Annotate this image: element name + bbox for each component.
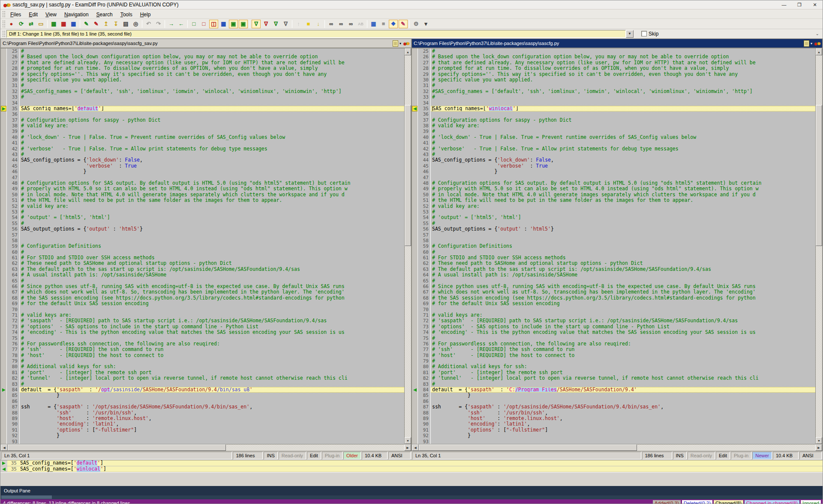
first-file-header[interactable]: C:\Program Files\Python\Python37\Lib\sit… [0, 39, 412, 48]
code-line[interactable]: 27# that are defined already. Any necess… [412, 60, 815, 66]
save-both-icon[interactable]: ▦ [69, 20, 78, 28]
code-line[interactable]: 34 [1, 100, 404, 106]
code-text[interactable]: # 'encoding' - This is the python encodi… [20, 330, 404, 335]
code-line[interactable]: 79# [412, 358, 815, 364]
code-line[interactable]: 54# 'output' = ['html5', 'html'] [1, 215, 404, 220]
scroll-track[interactable] [419, 444, 815, 451]
current-diff-marker[interactable] [1, 106, 6, 111]
code-text[interactable]: # [20, 358, 404, 364]
code-line[interactable]: 62# These need path to SASHome and optio… [412, 261, 815, 266]
code-line[interactable]: 30# specific value you want applied. [1, 77, 404, 83]
find-in-first-icon[interactable]: ∞ [336, 20, 345, 28]
code-text[interactable]: default = {'saspath' : 'C:/Program Files… [431, 387, 815, 393]
code-text[interactable]: SAS_config_names=['winlocal'] [431, 106, 815, 111]
code-text[interactable] [431, 439, 815, 444]
code-line[interactable]: 48# Configuration options for SAS output… [1, 180, 404, 186]
code-text[interactable]: # 'host' - [REQUIRED] the host to connec… [431, 353, 815, 358]
code-line[interactable]: 32#SAS_config_names = ['default', 'ssh',… [412, 89, 815, 94]
code-text[interactable]: # properly with HTML 5.0 so it can also … [431, 186, 815, 192]
code-text[interactable]: # [431, 94, 815, 100]
code-text[interactable]: # in local mode. Note that HTML 4.0 will… [431, 192, 815, 198]
code-text[interactable]: # [20, 140, 404, 146]
copy-to-second-icon[interactable]: ↧ [111, 20, 120, 28]
recompare-icon[interactable]: ⟳ [17, 20, 26, 28]
diffbar-grip[interactable] [2, 30, 5, 37]
code-line[interactable]: 27# that are defined already. Any necess… [1, 60, 404, 66]
code-line[interactable]: 31# [412, 83, 815, 88]
code-line[interactable]: 89 'host' : 'remote.linux.host', [412, 416, 815, 421]
code-text[interactable]: # 'encoding' - This is the python encodi… [431, 330, 815, 335]
code-line[interactable]: 37# Configuration options for saspy - py… [412, 117, 815, 123]
code-line[interactable]: 36 [412, 111, 815, 117]
code-line[interactable]: 80# Additional valid keys for ssh: [1, 364, 404, 369]
code-text[interactable]: # 'output' = ['html5', 'html'] [431, 215, 815, 220]
code-text[interactable]: # The default path to the sas start up s… [20, 267, 404, 272]
code-text[interactable]: # [20, 221, 404, 226]
code-text[interactable]: # which does not work well as utf-8. So,… [20, 289, 404, 295]
code-text[interactable]: 'host' : 'remote.linux.host', [431, 416, 815, 421]
code-line[interactable]: 76# For passwordless ssh connection, the… [412, 341, 815, 347]
second-file-header[interactable]: C:\Program Files\Python\Python37\Lib\sit… [412, 39, 823, 48]
code-text[interactable]: # [20, 129, 404, 134]
code-text[interactable]: SAS_config_options = {'lock_down': False… [20, 157, 404, 163]
code-text[interactable]: # These need path to SASHome and optiona… [20, 261, 404, 266]
code-line[interactable]: 50# in local mode. Note that HTML 4.0 wi… [412, 192, 815, 198]
code-line[interactable]: 73# 'options' - SAS options to include i… [412, 324, 815, 330]
code-line[interactable]: 35SAS_config_names=['default'] [1, 106, 404, 111]
code-text[interactable]: # 'verbose' - True | False. True = Allow… [20, 146, 404, 152]
scroll-up-icon[interactable]: ▲ [816, 48, 822, 55]
show-identical-icon[interactable]: □ [189, 20, 198, 28]
code-text[interactable]: # 'saspath' - [REQUIRED] path to SAS sta… [431, 318, 815, 324]
code-line[interactable]: 36 [1, 111, 404, 117]
copy-to-first-icon[interactable]: ↥ [102, 20, 111, 28]
code-line[interactable]: 67# which does not work well as utf-8. S… [1, 289, 404, 295]
code-line[interactable]: 67# which does not work well as utf-8. S… [412, 289, 815, 295]
code-line[interactable]: 35SAS_config_names=['winlocal'] [412, 106, 815, 111]
code-text[interactable]: SAS_output_options = {'output' : 'html5'… [431, 226, 815, 232]
code-text[interactable]: # valid key are: [431, 204, 815, 209]
first-file-code-area[interactable]: 25#26# Based upon the lock_down configur… [1, 48, 404, 444]
code-line[interactable]: 77# 'ssh' - [REQUIRED] the ssh command t… [1, 347, 404, 352]
code-text[interactable]: # 'options' - SAS options to include in … [431, 324, 815, 330]
code-line[interactable]: 68# the SAS session encoding (see https:… [1, 295, 404, 301]
scroll-thumb[interactable] [405, 105, 411, 246]
code-line[interactable]: 64# A usual install path is: /opt/sasins… [1, 272, 404, 278]
code-text[interactable]: # 'ssh' - [REQUIRED] the ssh command to … [20, 347, 404, 352]
code-text[interactable]: } [431, 393, 815, 398]
show-different-icon[interactable]: □ [199, 20, 208, 28]
current-diff-combo[interactable]: Diff 1: Change 1 line (35, first file) t… [6, 30, 626, 38]
code-line[interactable]: 52# valid key are: [412, 204, 815, 209]
code-line[interactable]: 81# 'port' - [integer] the remote ssh po… [1, 370, 404, 375]
code-text[interactable] [20, 175, 404, 180]
print-icon[interactable]: ▤ [121, 20, 130, 28]
code-text[interactable]: # A usual install path is: /opt/sasinsid… [20, 272, 404, 278]
compare-icon[interactable]: ● [7, 20, 16, 28]
code-line[interactable]: 53# [1, 209, 404, 215]
code-text[interactable]: # [20, 48, 404, 54]
code-text[interactable]: # [431, 152, 815, 157]
menu-item-help[interactable]: Help [136, 11, 155, 18]
code-text[interactable] [431, 307, 815, 312]
scroll-right-icon[interactable]: ▶ [404, 444, 411, 451]
code-text[interactable]: # [431, 336, 815, 341]
code-line[interactable]: 47 [1, 175, 404, 180]
swap-panes-icon[interactable]: ⇄ [27, 20, 36, 28]
code-line[interactable]: 41# [412, 140, 815, 146]
code-line[interactable]: 40# 'lock_down' - True | False. True = P… [412, 135, 815, 140]
prev-diff-icon[interactable]: ← [177, 20, 186, 28]
close-button[interactable]: ✕ [807, 0, 823, 9]
code-line[interactable]: 61# For STDIO and STDIO over SSH access … [1, 255, 404, 261]
find-icon[interactable]: ∞ [327, 20, 336, 28]
code-line[interactable]: 44SAS_config_options = {'lock_down': Fal… [412, 157, 815, 163]
code-line[interactable]: 53# [412, 209, 815, 215]
code-line[interactable]: 61# For STDIO and STDIO over SSH access … [412, 255, 815, 261]
code-line[interactable]: 58 [1, 238, 404, 243]
code-line[interactable]: 38# valid key are: [412, 123, 815, 129]
code-line[interactable]: 78# 'host' - [REQUIRED] the host to conn… [1, 353, 404, 358]
code-line[interactable]: 91 'options' : ["-fullstimer"] [412, 427, 815, 433]
code-text[interactable] [20, 439, 404, 444]
code-line[interactable]: 60# [1, 249, 404, 255]
filter-custom-icon[interactable]: ∇ [281, 20, 290, 28]
code-text[interactable] [20, 307, 404, 312]
code-text[interactable]: # For STDIO and STDIO over SSH access me… [431, 255, 815, 261]
